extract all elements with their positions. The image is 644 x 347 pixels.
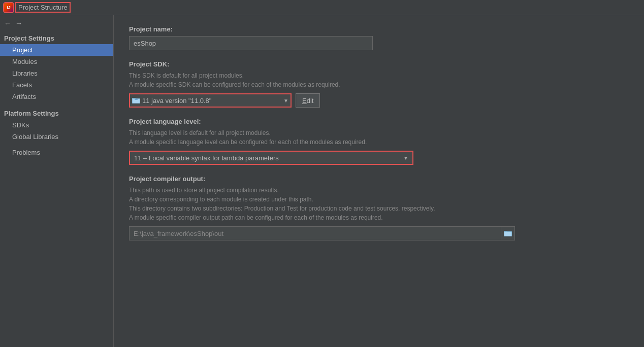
compiler-output-label: Project compiler output: (129, 175, 629, 183)
content-area: Project name: Project SDK: This SDK is d… (114, 15, 644, 347)
project-sdk-section: Project SDK: This SDK is default for all… (129, 60, 629, 108)
edit-button[interactable]: Edit (296, 93, 320, 108)
compiler-output-section: Project compiler output: This path is us… (129, 175, 629, 240)
sdk-dropdown[interactable]: 11 java version "11.0.8" ▼ (129, 93, 292, 108)
platform-settings-title: Platform Settings (0, 107, 113, 119)
sidebar-item-facets[interactable]: Facets (0, 79, 113, 91)
project-sdk-desc: This SDK is default for all project modu… (129, 71, 629, 89)
sidebar-item-problems[interactable]: Problems (0, 145, 113, 160)
app-logo: IJ (4, 3, 13, 12)
folder-browse-icon (504, 230, 512, 237)
sdk-dropdown-text: 11 java version "11.0.8" (142, 97, 281, 105)
title-bar: IJ Project Structure (0, 0, 644, 15)
project-name-label: Project name: (129, 25, 629, 33)
svg-rect-6 (504, 232, 511, 236)
forward-arrow[interactable]: → (15, 19, 22, 27)
back-arrow[interactable]: ← (4, 19, 11, 27)
sidebar-item-artifacts[interactable]: Artifacts (0, 91, 113, 102)
compiler-output-row (129, 226, 515, 240)
sidebar-item-sdks[interactable]: SDKs (0, 119, 113, 131)
title-bar-text: Project Structure (16, 3, 70, 12)
edit-underline-char: E (302, 97, 307, 105)
project-name-section: Project name: (129, 25, 629, 50)
sdk-folder-icon (132, 96, 140, 105)
sdk-dropdown-arrow-icon: ▼ (283, 98, 288, 103)
project-settings-title: Project Settings (0, 31, 113, 44)
language-level-value: 11 – Local variable syntax for lambda pa… (134, 154, 403, 162)
language-level-desc: This language level is default for all p… (129, 128, 629, 147)
project-sdk-label: Project SDK: (129, 60, 629, 68)
compiler-output-browse-button[interactable] (501, 226, 515, 240)
sidebar-item-libraries[interactable]: Libraries (0, 67, 113, 79)
language-level-dropdown[interactable]: 11 – Local variable syntax for lambda pa… (129, 151, 413, 165)
project-name-input[interactable] (129, 36, 373, 50)
language-level-section: Project language level: This language le… (129, 118, 629, 165)
compiler-output-input[interactable] (129, 226, 501, 240)
sidebar: ← → Project Settings Project Modules Lib… (0, 15, 114, 347)
sidebar-item-project[interactable]: Project (0, 44, 113, 56)
sidebar-item-global-libraries[interactable]: Global Libraries (0, 131, 113, 143)
main-layout: ← → Project Settings Project Modules Lib… (0, 15, 644, 347)
sidebar-item-modules[interactable]: Modules (0, 56, 113, 67)
sdk-row: 11 java version "11.0.8" ▼ Edit (129, 93, 629, 108)
language-level-label: Project language level: (129, 118, 629, 125)
language-level-arrow-icon: ▼ (403, 155, 408, 161)
sidebar-nav: ← → (0, 17, 113, 31)
compiler-output-desc: This path is used to store all project c… (129, 186, 629, 222)
svg-rect-3 (135, 99, 138, 100)
